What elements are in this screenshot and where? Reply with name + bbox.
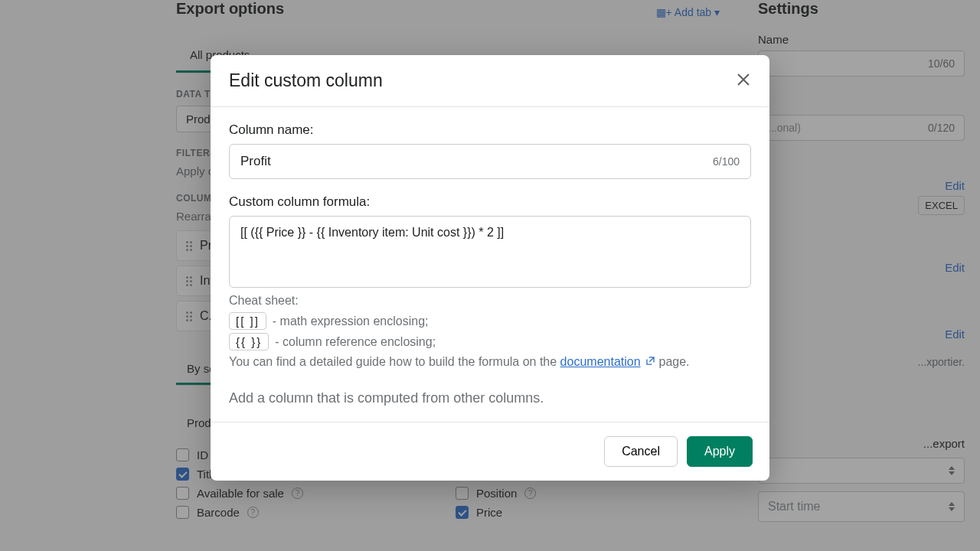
column-name-counter: 6/100	[713, 155, 740, 168]
cancel-button[interactable]: Cancel	[604, 436, 678, 467]
math-chip: [[ ]]	[229, 312, 266, 330]
formula-value: [[ ({{ Price }} - {{ Inventory item: Uni…	[240, 226, 504, 239]
formula-label: Custom column formula:	[229, 194, 751, 210]
column-name-value: Profit	[240, 154, 271, 169]
documentation-link[interactable]: documentation	[560, 355, 641, 368]
column-name-label: Column name:	[229, 122, 751, 138]
modal-title: Edit custom column	[229, 70, 383, 91]
modal-body: Column name: Profit 6/100 Custom column …	[211, 107, 769, 422]
modal-footer: Cancel Apply	[211, 422, 769, 481]
cheat-math-row: [[ ]] - math expression enclosing;	[229, 312, 751, 330]
external-link-icon	[645, 355, 655, 369]
close-button[interactable]	[736, 72, 751, 90]
cheat-col-row: {{ }} - column reference enclosing;	[229, 333, 751, 350]
apply-button[interactable]: Apply	[687, 436, 753, 467]
close-icon	[736, 72, 751, 87]
cheat-sheet-label: Cheat sheet:	[229, 294, 751, 308]
modal-overlay: Edit custom column Column name: Profit 6…	[0, 0, 980, 551]
column-name-input[interactable]: Profit 6/100	[229, 144, 751, 179]
column-chip: {{ }}	[229, 333, 269, 350]
formula-input[interactable]: [[ ({{ Price }} - {{ Inventory item: Uni…	[229, 216, 751, 288]
modal-header: Edit custom column	[211, 55, 769, 107]
doc-guide-text: You can find a detailed guide how to bui…	[229, 355, 751, 369]
modal-description: Add a column that is computed from other…	[229, 390, 751, 406]
edit-column-modal: Edit custom column Column name: Profit 6…	[211, 55, 769, 481]
